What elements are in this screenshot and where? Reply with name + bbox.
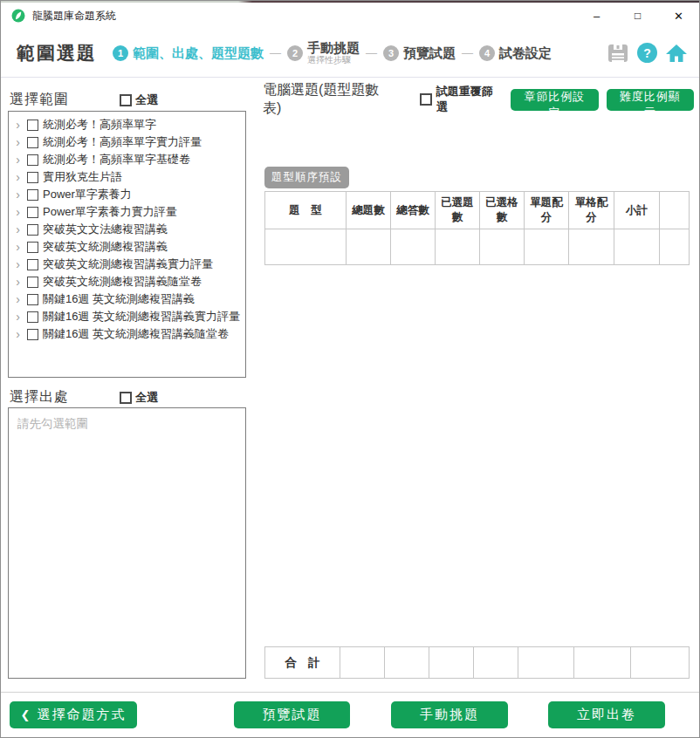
total-cell: [518, 647, 574, 679]
item-checkbox[interactable]: [27, 311, 38, 323]
item-label: 突破英文統測總複習講義: [43, 239, 168, 255]
app-window: 龍騰題庫命題系統 – □ ✕ 範圍選題 1 範圍、出處、題型題數 — 2 手動挑…: [0, 0, 700, 738]
manual-pick-button[interactable]: 手動挑題: [391, 701, 508, 728]
range-select-all-checkbox[interactable]: [120, 94, 132, 106]
chevron-right-icon[interactable]: ›: [10, 328, 23, 340]
item-checkbox[interactable]: [27, 329, 38, 340]
chevron-right-icon[interactable]: ›: [10, 119, 23, 131]
chevron-right-icon[interactable]: ›: [10, 258, 23, 270]
table-cell: [614, 229, 660, 265]
chevron-right-icon[interactable]: ›: [10, 188, 23, 201]
column-header: 已選格數: [480, 192, 525, 229]
titlebar: 龍騰題庫命題系統 – □ ✕: [1, 3, 699, 29]
home-icon: [665, 43, 688, 64]
item-checkbox[interactable]: [27, 294, 38, 305]
close-button[interactable]: ✕: [658, 3, 699, 29]
tree-item[interactable]: › 實用狄克生片語: [10, 168, 244, 186]
generate-button[interactable]: 立即出卷: [548, 701, 665, 728]
home-button[interactable]: [665, 43, 688, 64]
range-select-all[interactable]: 全選: [120, 92, 158, 108]
type-order-button[interactable]: 題型順序預設: [264, 167, 349, 188]
tree-item[interactable]: › 突破英文統測總複習講義隨堂卷: [10, 273, 244, 290]
item-checkbox[interactable]: [27, 120, 38, 131]
step-3[interactable]: 3 預覽試題: [383, 45, 456, 61]
column-header: 總答數: [391, 192, 436, 229]
chevron-right-icon[interactable]: ›: [10, 276, 23, 288]
stepper: 1 範圍、出處、題型題數 — 2 手動挑題 選擇性步驟 — 3 預覽試題: [113, 29, 552, 77]
chevron-right-icon[interactable]: ›: [10, 206, 23, 218]
item-checkbox[interactable]: [27, 277, 38, 288]
tree-item[interactable]: › 突破英文統測總複習講義實力評量: [10, 256, 244, 273]
total-cell: [340, 647, 385, 679]
table-cell: [347, 229, 391, 265]
back-button[interactable]: ❮ 選擇命題方式: [10, 701, 137, 728]
step-1[interactable]: 1 範圍、出處、題型題數: [113, 45, 264, 61]
tree-item[interactable]: › 突破英文文法總複習講義: [10, 221, 244, 238]
page-header: 範圍選題 1 範圍、出處、題型題數 — 2 手動挑題 選擇性步驟 — 3 預: [1, 29, 699, 78]
table-row: [265, 229, 690, 265]
column-header: [660, 192, 690, 229]
item-label: Power單字素養力: [43, 187, 132, 202]
item-checkbox[interactable]: [27, 259, 38, 270]
item-checkbox[interactable]: [27, 172, 38, 183]
page-title: 範圍選題: [17, 41, 97, 65]
range-select-all-label: 全選: [135, 92, 158, 108]
total-cell: [385, 647, 429, 679]
tree-item[interactable]: › 關鍵16週 英文統測總複習講義隨堂卷: [10, 325, 244, 343]
table-cell: [391, 229, 436, 265]
app-logo-icon: [11, 9, 25, 23]
chevron-right-icon[interactable]: ›: [10, 311, 23, 323]
table-cell: [436, 229, 480, 265]
item-checkbox[interactable]: [27, 224, 38, 236]
chevron-right-icon[interactable]: ›: [10, 136, 23, 148]
tree-item[interactable]: › 關鍵16週 英文統測總複習講義實力評量: [10, 308, 244, 325]
tree-item[interactable]: › 突破英文統測總複習講義: [10, 238, 244, 256]
tree-item[interactable]: › Power單字素養力: [10, 186, 244, 203]
item-label: 關鍵16週 英文統測總複習講義: [43, 291, 195, 307]
header-toolbar: ?: [607, 29, 688, 77]
duplicate-filter-checkbox[interactable]: [420, 93, 432, 106]
chapter-ratio-button[interactable]: 章節比例設定: [511, 89, 598, 111]
step-4[interactable]: 4 試卷設定: [479, 45, 552, 61]
save-icon: [607, 43, 629, 64]
bottom-divider: [1, 692, 699, 693]
item-checkbox[interactable]: [27, 137, 38, 148]
tree-item[interactable]: › 統測必考！高頻率單字實力評量: [10, 133, 244, 151]
duplicate-filter[interactable]: 試題重覆篩選: [420, 84, 503, 115]
help-icon: ?: [637, 43, 657, 63]
source-select-all-checkbox[interactable]: [120, 392, 132, 404]
chevron-right-icon[interactable]: ›: [10, 154, 23, 166]
chevron-right-icon[interactable]: ›: [10, 241, 23, 253]
step-separator: —: [366, 46, 377, 59]
maximize-button[interactable]: □: [617, 3, 658, 29]
item-label: 突破英文統測總複習講義實力評量: [43, 256, 213, 272]
item-checkbox[interactable]: [27, 189, 38, 201]
tree-item[interactable]: › Power單字素養力實力評量: [10, 203, 244, 221]
item-label: Power單字素養力實力評量: [43, 204, 177, 220]
save-button[interactable]: [607, 43, 629, 64]
item-checkbox[interactable]: [27, 207, 38, 218]
tree-item[interactable]: › 關鍵16週 英文統測總複習講義: [10, 290, 244, 308]
tree-item[interactable]: › 統測必考！高頻率單字: [10, 116, 244, 133]
difficulty-ratio-button[interactable]: 難度比例顯示: [607, 89, 694, 111]
help-button[interactable]: ?: [637, 43, 657, 63]
total-label: 合 計: [265, 647, 340, 679]
source-select-all[interactable]: 全選: [120, 390, 158, 406]
source-section-header: 選擇出處 全選: [10, 388, 247, 407]
item-label: 關鍵16週 英文統測總複習講義隨堂卷: [43, 326, 229, 342]
item-checkbox[interactable]: [27, 154, 38, 166]
column-header: 單格配分: [569, 192, 614, 229]
tree-item[interactable]: › 統測必考！高頻率單字基礎卷: [10, 151, 244, 168]
item-label: 實用狄克生片語: [43, 169, 122, 185]
chevron-right-icon[interactable]: ›: [10, 223, 23, 236]
step-separator: —: [462, 46, 473, 59]
step-4-label: 試卷設定: [499, 45, 552, 60]
back-arrow-icon: ❮: [21, 708, 32, 721]
step-2[interactable]: 2 手動挑題 選擇性步驟: [287, 40, 360, 65]
chevron-right-icon[interactable]: ›: [10, 293, 23, 305]
preview-button[interactable]: 預覽試題: [234, 701, 350, 728]
chevron-right-icon[interactable]: ›: [10, 171, 23, 183]
column-header: 已選題數: [436, 192, 480, 229]
item-checkbox[interactable]: [27, 242, 38, 253]
minimize-button[interactable]: –: [576, 3, 617, 29]
